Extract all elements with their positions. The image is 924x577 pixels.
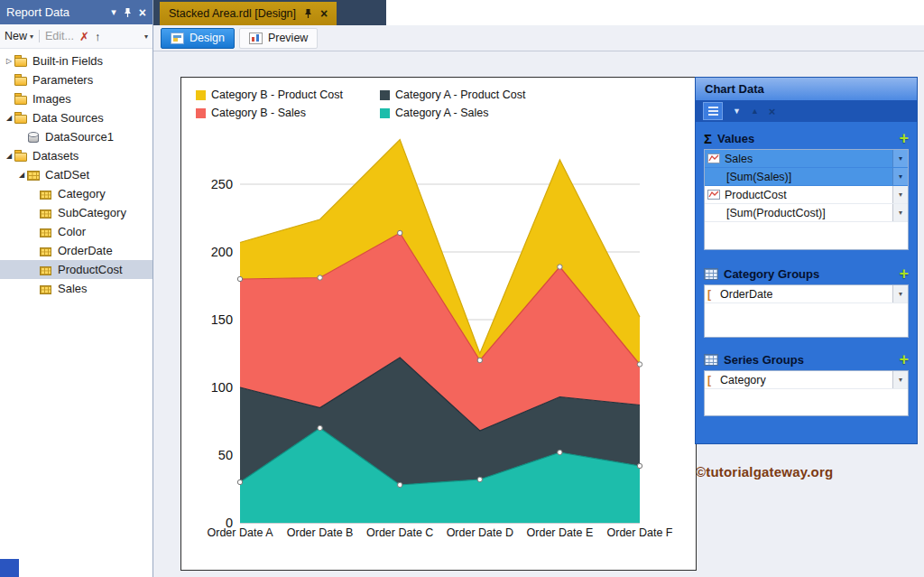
tree-item-label: Category <box>58 187 106 200</box>
group-bracket-icon: [ <box>707 288 716 301</box>
series-groups-list: [ Category ▾ <box>704 370 909 416</box>
design-icon <box>171 33 184 44</box>
tree-item-orderdate[interactable]: OrderDate <box>0 241 152 260</box>
tab-design[interactable]: Design <box>161 28 235 49</box>
tree-item-subcategory[interactable]: SubCategory <box>0 203 152 222</box>
tree-item-label: Color <box>58 225 86 238</box>
tree-item-label: OrderDate <box>58 244 113 257</box>
row-dropdown-icon[interactable]: ▾ <box>892 168 908 185</box>
remove-icon[interactable]: × <box>769 106 776 117</box>
delete-icon[interactable]: ✗ <box>79 30 89 43</box>
legend-label: Category A - Sales <box>395 107 489 119</box>
row-dropdown-icon[interactable]: ▾ <box>892 186 908 203</box>
series-group-row-category[interactable]: [ Category ▾ <box>705 371 908 389</box>
row-label: Sales <box>725 153 753 165</box>
properties-list-icon[interactable] <box>703 102 723 120</box>
chart-data-panel: Chart Data ▼ ▲ × Σ Values + Sales ▾ [Sum… <box>695 77 918 444</box>
move-up-icon[interactable]: ↑ <box>95 30 101 43</box>
folder-icon <box>14 55 28 67</box>
tree-item-parameters[interactable]: Parameters <box>0 70 152 89</box>
expander-icon[interactable]: ◢ <box>4 152 14 160</box>
row-dropdown-icon[interactable]: ▾ <box>892 371 908 388</box>
stacked-area-chart[interactable]: Category B - Product Cost Category A - P… <box>180 77 697 571</box>
values-row-sales[interactable]: Sales ▾ <box>705 150 908 168</box>
new-button[interactable]: New▾ <box>5 30 33 42</box>
add-category-group-icon[interactable]: + <box>899 265 909 282</box>
row-label: [Sum(Sales)] <box>726 171 791 183</box>
expander-icon[interactable]: ◢ <box>4 114 14 122</box>
field-icon <box>40 226 53 237</box>
expander-icon[interactable]: ▷ <box>4 57 14 65</box>
tree-item-color[interactable]: Color <box>0 222 152 241</box>
edit-button[interactable]: Edit... <box>45 30 74 42</box>
tree-item-datasets[interactable]: ◢ Datasets <box>0 146 152 165</box>
tab-preview[interactable]: Preview <box>239 28 318 49</box>
tree-item-category[interactable]: Category <box>0 184 152 203</box>
move-down-icon[interactable]: ▼ <box>733 107 741 116</box>
row-label: ProductCost <box>725 189 787 201</box>
chart-data-toolbar: ▼ ▲ × <box>696 100 917 122</box>
mini-chart-icon <box>707 190 720 200</box>
svg-text:Order Date F: Order Date F <box>607 526 673 539</box>
report-data-header: Report Data ▾ × <box>0 0 152 24</box>
bottom-left-accent <box>0 559 19 577</box>
tree-item-sales[interactable]: Sales <box>0 279 152 298</box>
document-tab[interactable]: Stacked Area.rdl [Design] × <box>160 2 337 25</box>
legend-swatch <box>196 108 206 118</box>
design-surface: Category B - Product Cost Category A - P… <box>153 51 924 577</box>
toolbar-overflow-icon[interactable]: ▾ <box>144 33 148 41</box>
row-label: [Sum(ProductCost)] <box>726 207 826 219</box>
values-row-sum-sales[interactable]: [Sum(Sales)] ▾ <box>705 168 908 186</box>
move-up-icon[interactable]: ▲ <box>751 107 759 116</box>
values-row-sum-productcost[interactable]: [Sum(ProductCost)] ▾ <box>705 204 908 222</box>
svg-text:200: 200 <box>211 245 233 259</box>
tree-item-label: DataSource1 <box>45 130 114 144</box>
expander-icon[interactable]: ◢ <box>16 171 27 179</box>
legend-label: Category A - Product Cost <box>395 88 526 101</box>
report-data-toolbar: New▾ Edit... ✗ ↑ ▾ <box>0 24 152 49</box>
category-groups-list: [ OrderDate ▾ <box>704 284 909 338</box>
legend-item-category-b-sales: Category B - Sales <box>196 107 376 119</box>
svg-text:Order Date B: Order Date B <box>287 526 354 539</box>
values-section-header: Σ Values + <box>704 127 909 149</box>
chart-legend[interactable]: Category B - Product Cost Category A - P… <box>196 88 526 119</box>
category-groups-header: Category Groups + <box>704 263 909 284</box>
category-group-row-orderdate[interactable]: [ OrderDate ▾ <box>705 285 908 303</box>
values-list: Sales ▾ [Sum(Sales)] ▾ ProductCost ▾ [Su… <box>704 149 909 250</box>
row-dropdown-icon[interactable]: ▾ <box>892 285 908 302</box>
pin-icon[interactable] <box>304 8 312 19</box>
field-icon <box>40 264 53 275</box>
close-icon[interactable]: × <box>139 6 146 19</box>
document-tab-title: Stacked Area.rdl [Design] <box>169 7 296 20</box>
tree-item-productcost[interactable]: ProductCost <box>0 260 152 279</box>
add-value-icon[interactable]: + <box>899 130 909 146</box>
row-dropdown-icon[interactable]: ▾ <box>892 204 908 221</box>
row-dropdown-icon[interactable]: ▾ <box>892 150 908 167</box>
tree-item-images[interactable]: Images <box>0 89 152 108</box>
legend-item-category-a-product-cost: Category A - Product Cost <box>380 88 526 101</box>
add-series-group-icon[interactable]: + <box>899 351 909 368</box>
tree-item-label: CatDSet <box>45 168 89 181</box>
close-icon[interactable]: × <box>320 6 328 21</box>
tree-item-built-in-fields[interactable]: ▷ Built-in Fields <box>0 51 152 70</box>
sigma-icon: Σ <box>704 131 712 146</box>
tree-item-datasource1[interactable]: DataSource1 <box>0 127 152 146</box>
legend-item-category-a-sales: Category A - Sales <box>380 107 526 119</box>
values-row-productcost[interactable]: ProductCost ▾ <box>705 186 908 204</box>
folder-icon <box>14 112 28 124</box>
legend-swatch <box>196 90 206 100</box>
view-tabs-bar: Design Preview <box>153 25 924 51</box>
tree-item-label: Parameters <box>32 73 93 87</box>
svg-text:Order Date E: Order Date E <box>527 526 594 539</box>
panel-menu-icon[interactable]: ▾ <box>111 7 116 17</box>
legend-label: Category B - Sales <box>211 107 306 119</box>
tree-item-label: Sales <box>58 282 88 295</box>
preview-icon <box>249 33 263 44</box>
series-groups-header: Series Groups + <box>704 349 909 370</box>
tree-item-catdset[interactable]: ◢ CatDSet <box>0 165 152 184</box>
field-icon <box>40 283 53 294</box>
pin-icon[interactable] <box>124 7 132 18</box>
legend-label: Category B - Product Cost <box>211 88 343 101</box>
svg-text:250: 250 <box>211 177 233 191</box>
tree-item-data-sources[interactable]: ◢ Data Sources <box>0 108 152 127</box>
